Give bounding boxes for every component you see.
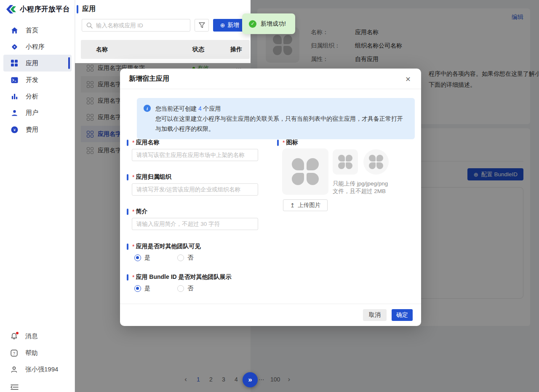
column-header-status: 状态 xyxy=(192,46,229,53)
modal-header: 新增宿主应用 ✕ xyxy=(120,69,421,89)
upload-icon: ↥ xyxy=(290,202,295,209)
column-header-ops: 操作 xyxy=(229,46,250,53)
info-line-1: 您当前还可创建 4 个应用 xyxy=(155,103,407,114)
close-icon[interactable]: ✕ xyxy=(403,74,414,85)
confirm-button[interactable]: 确定 xyxy=(392,309,413,321)
field-label-app-name: *应用名称 xyxy=(127,139,159,146)
radio-yes[interactable]: 是 xyxy=(134,285,150,292)
sidebar-item-label: 开发 xyxy=(26,76,38,84)
sidebar-collapse-button[interactable] xyxy=(11,381,19,392)
field-label-app-org: *应用归属组织 xyxy=(127,173,171,181)
app-logo-icon xyxy=(6,4,17,15)
check-circle-icon: ✓ xyxy=(249,20,256,28)
modal-footer: 取消 确定 xyxy=(120,304,421,326)
help-icon: ? xyxy=(11,350,18,357)
notification-badge xyxy=(16,332,19,334)
sidebar-item-label: 帮助 xyxy=(25,349,38,357)
add-app-button[interactable]: ⊕ 新增 xyxy=(213,19,246,32)
brand-title: 小程序开放平台 xyxy=(20,5,70,14)
sidebar-item-analytics[interactable]: 分析 xyxy=(3,88,72,105)
search-icon xyxy=(86,22,93,29)
title-accent-bar xyxy=(77,5,78,13)
sidebar-item-label: 费用 xyxy=(26,126,38,134)
user-icon xyxy=(11,109,18,117)
radio-yes[interactable]: 是 xyxy=(134,254,150,262)
page-title: 应用 xyxy=(82,5,96,13)
sidebar-item-account[interactable]: 张小强1994 xyxy=(11,363,58,376)
field-label-icon: *图标 xyxy=(277,139,298,146)
bar-chart-icon xyxy=(11,93,18,100)
table-header: 名称 状态 操作 xyxy=(81,40,250,59)
icon-preview-round xyxy=(363,149,389,175)
panel-expand-button[interactable]: » xyxy=(243,372,258,387)
modal-title: 新增宿主应用 xyxy=(129,74,169,83)
toast-message: 新增成功! xyxy=(261,20,286,28)
terminal-icon xyxy=(11,76,18,84)
sidebar-item-label: 应用 xyxy=(26,59,38,67)
field-label-intro: *简介 xyxy=(127,208,147,215)
bundle-visible-radio-group: 是 否 xyxy=(134,285,193,292)
bell-icon xyxy=(11,333,18,340)
radio-no[interactable]: 否 xyxy=(177,254,193,262)
upload-help-text: 只能上传 jpg/jpeg/png 文件，且不超过 2MB xyxy=(333,180,388,195)
double-chevron-right-icon: » xyxy=(248,376,252,384)
clover-placeholder-icon xyxy=(369,155,384,170)
page-header: 应用 xyxy=(77,5,96,13)
field-label-bundle-visible: *应用 Bundle ID 是否对其他团队展示 xyxy=(127,273,232,281)
cancel-button[interactable]: 取消 xyxy=(363,309,387,321)
app-grid-icon xyxy=(11,59,18,67)
radio-no[interactable]: 否 xyxy=(177,285,193,292)
yuan-circle-icon: ¥ xyxy=(11,126,18,133)
search-input[interactable] xyxy=(82,19,190,32)
info-line-2: 您可以在这里建立小程序与宿主应用的关联关系，只有当前列表中的宿主应用，才具备正常… xyxy=(155,114,407,134)
column-header-name: 名称 xyxy=(81,46,192,53)
sidebar-item-help[interactable]: ? 帮助 xyxy=(11,347,38,359)
sidebar-item-label: 小程序 xyxy=(26,43,45,51)
svg-text:?: ? xyxy=(13,351,15,355)
sidebar-item-label: 用户 xyxy=(26,109,38,117)
clover-placeholder-icon xyxy=(292,158,319,185)
icon-preview-large xyxy=(282,148,328,195)
sidebar-item-label: 分析 xyxy=(26,93,38,101)
field-label-visible: *应用是否对其他团队可见 xyxy=(127,243,200,250)
sidebar-item-label: 首页 xyxy=(26,26,38,34)
sidebar-item-label: 消息 xyxy=(25,332,38,340)
upload-image-button[interactable]: ↥ 上传图片 xyxy=(283,199,328,211)
svg-text:¥: ¥ xyxy=(13,128,16,132)
sidebar-item-miniprogram[interactable]: 小程序 xyxy=(3,38,72,55)
info-icon: i xyxy=(144,105,151,112)
sidebar: 小程序开放平台 首页 小程序 应用 开发 分析 用户 ¥ 费用 消息 ? 帮助 xyxy=(0,0,75,392)
sidebar-item-home[interactable]: 首页 xyxy=(3,22,72,39)
plus-circle-icon: ⊕ xyxy=(220,22,225,29)
sidebar-item-billing[interactable]: ¥ 费用 xyxy=(3,121,72,138)
add-host-app-modal: 新增宿主应用 ✕ i 您当前还可创建 4 个应用 您可以在这里建立小程序与宿主应… xyxy=(120,69,421,326)
sidebar-item-develop[interactable]: 开发 xyxy=(3,72,72,88)
app-intro-input[interactable] xyxy=(132,218,258,230)
collapse-icon xyxy=(11,384,19,390)
success-toast: ✓ 新增成功! xyxy=(242,13,295,34)
sidebar-item-messages[interactable]: 消息 xyxy=(11,330,38,342)
sidebar-item-apps[interactable]: 应用 xyxy=(3,55,72,72)
funnel-icon xyxy=(199,22,205,28)
icon-preview-small xyxy=(333,149,358,175)
sidebar-item-label: 张小强1994 xyxy=(25,366,58,373)
clover-placeholder-icon xyxy=(338,155,353,170)
app-name-input[interactable] xyxy=(132,149,258,161)
sidebar-item-users[interactable]: 用户 xyxy=(3,104,72,121)
home-icon xyxy=(11,26,18,34)
remaining-count: 4 xyxy=(198,105,202,112)
user-outline-icon xyxy=(11,366,18,373)
info-banner: i 您当前还可创建 4 个应用 您可以在这里建立小程序与宿主应用的关联关系，只有… xyxy=(137,98,415,139)
app-org-input[interactable] xyxy=(132,183,258,196)
search-field[interactable] xyxy=(96,22,186,29)
filter-button[interactable] xyxy=(195,19,209,32)
visible-radio-group: 是 否 xyxy=(134,254,193,262)
brand: 小程序开放平台 xyxy=(6,4,70,15)
diamond-icon xyxy=(11,43,18,50)
